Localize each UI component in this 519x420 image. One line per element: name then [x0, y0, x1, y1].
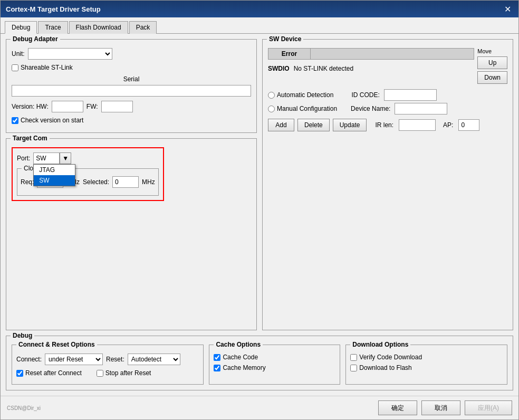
add-button[interactable]: Add	[268, 119, 294, 131]
sw-device-title: SW Device	[267, 35, 303, 43]
target-com-title: Target Com	[11, 135, 50, 142]
check-version-checkbox[interactable]	[12, 117, 18, 124]
unit-row: Unit:	[12, 48, 251, 60]
tab-trace[interactable]: Trace	[38, 21, 68, 34]
download-options-title: Download Options	[350, 341, 410, 348]
hw-input[interactable]	[52, 101, 83, 112]
reset-after-connect-row: Reset after Connect Stop after Reset	[16, 369, 199, 377]
debug-adapter-group: Debug Adapter Unit: Shareable ST-Link Se…	[6, 39, 257, 133]
connect-row: Connect: under Reset Normal with Pre-res…	[16, 354, 199, 365]
ap-input[interactable]	[458, 119, 479, 131]
serial-label-row: Serial	[12, 75, 251, 83]
main-content: Debug Adapter Unit: Shareable ST-Link Se…	[1, 34, 518, 396]
download-options-group: Download Options Verify Code Download Do…	[345, 345, 507, 385]
shareable-row: Shareable ST-Link	[12, 64, 251, 71]
title-bar: Cortex-M Target Driver Setup ✕	[1, 1, 518, 17]
confirm-button[interactable]: 确定	[378, 400, 417, 415]
shareable-label: Shareable ST-Link	[21, 64, 73, 71]
tab-flash-download[interactable]: Flash Download	[69, 21, 128, 34]
ir-len-input[interactable]	[399, 119, 436, 131]
debug-section-title: Debug	[11, 332, 34, 339]
port-option-jtag[interactable]: JTAG	[34, 165, 75, 175]
ap-label: AP:	[443, 121, 453, 129]
connect-reset-title: Connect & Reset Options	[16, 341, 97, 348]
unit-select[interactable]	[28, 48, 112, 60]
no-stlink-text: No ST-LINK detected	[294, 65, 353, 72]
debug-inner: Connect & Reset Options Connect: under R…	[12, 345, 507, 385]
tab-debug[interactable]: Debug	[5, 21, 37, 34]
manual-config-row: Manual Configuration Device Name:	[268, 103, 507, 114]
move-buttons: Move Up Down	[477, 48, 507, 84]
target-com-group: Target Com Port: ▼ JTAG SW	[6, 138, 257, 330]
cache-memory-checkbox[interactable]	[214, 365, 220, 371]
port-row: Port: ▼ JTAG SW	[17, 152, 159, 164]
port-dropdown-list: JTAG SW	[33, 164, 75, 186]
selected-label: Selected:	[83, 178, 109, 186]
id-code-input[interactable]	[384, 89, 437, 101]
up-button[interactable]: Up	[477, 56, 507, 69]
cache-code-row: Cache Code	[214, 354, 335, 361]
watermark: CSDN@Dir_xi	[7, 405, 41, 411]
auto-detect-row: Automatic Detection ID CODE:	[268, 89, 507, 101]
connect-select[interactable]: under Reset Normal with Pre-reset	[45, 354, 103, 365]
sw-table: Error	[268, 48, 474, 60]
update-button[interactable]: Update	[333, 119, 367, 131]
sw-col2	[310, 49, 474, 60]
version-row: Version: HW: FW:	[12, 101, 251, 112]
cancel-button[interactable]: 取消	[421, 400, 460, 415]
reset-label: Reset:	[106, 356, 124, 363]
cache-memory-row: Cache Memory	[214, 364, 335, 371]
sw-device-group: SW Device Error SWDIO No ST-LINK detecte…	[262, 39, 513, 330]
debug-adapter-title: Debug Adapter	[11, 35, 60, 43]
cache-code-checkbox[interactable]	[214, 354, 220, 361]
close-button[interactable]: ✕	[502, 4, 513, 14]
cache-options-title: Cache Options	[214, 341, 263, 348]
port-option-sw[interactable]: SW	[34, 175, 75, 186]
verify-code-checkbox[interactable]	[350, 354, 357, 361]
sw-col-error: Error	[268, 49, 311, 60]
connect-label: Connect:	[16, 356, 42, 363]
cache-memory-label: Cache Memory	[223, 364, 265, 371]
shareable-checkbox[interactable]	[12, 64, 18, 71]
tab-pack[interactable]: Pack	[129, 21, 157, 34]
connect-reset-group: Connect & Reset Options Connect: under R…	[12, 345, 204, 385]
fw-input[interactable]	[101, 101, 133, 112]
down-button[interactable]: Down	[477, 71, 507, 84]
reset-after-connect-checkbox[interactable]	[16, 370, 23, 377]
port-select-area: ▼	[33, 152, 71, 164]
download-flash-label: Download to Flash	[359, 364, 411, 371]
check-version-label: Check version on start	[21, 117, 83, 124]
detection-area: Automatic Detection ID CODE: Manual Conf…	[268, 89, 507, 131]
manual-config-label: Manual Configuration	[277, 105, 337, 112]
sw-table-area: Error SWDIO No ST-LINK detected Move Up …	[268, 48, 507, 84]
reset-after-connect-label: Reset after Connect	[25, 369, 82, 377]
window-title: Cortex-M Target Driver Setup	[6, 5, 101, 13]
download-flash-row: Download to Flash	[350, 364, 503, 371]
unit-label: Unit:	[12, 50, 25, 58]
serial-input[interactable]	[12, 85, 251, 97]
device-name-label: Device Name:	[351, 105, 390, 112]
serial-label: Serial	[123, 75, 140, 83]
mhz2-label: MHz	[142, 178, 155, 186]
port-dropdown-btn[interactable]: ▼	[60, 152, 71, 164]
delete-button[interactable]: Delete	[297, 119, 330, 131]
check-version-row: Check version on start	[12, 117, 251, 124]
id-code-label: ID CODE:	[351, 91, 379, 99]
port-red-highlight: Port: ▼ JTAG SW Clock	[12, 147, 164, 201]
stop-after-reset-checkbox[interactable]	[97, 370, 103, 377]
reset-select[interactable]: Autodetect Software Hardware	[128, 354, 180, 365]
req-label: Req:	[21, 178, 34, 186]
verify-code-row: Verify Code Download	[350, 354, 503, 361]
auto-detect-radio[interactable]	[268, 92, 275, 99]
port-dropdown-container: ▼ JTAG SW	[33, 152, 71, 164]
serial-input-row	[12, 85, 251, 97]
download-flash-checkbox[interactable]	[350, 365, 357, 371]
port-input[interactable]	[33, 152, 60, 164]
device-name-input[interactable]	[395, 103, 447, 114]
manual-config-radio[interactable]	[268, 106, 275, 112]
swdio-row: SWDIO No ST-LINK detected	[268, 63, 474, 74]
move-label: Move	[477, 48, 507, 54]
auto-detect-label: Automatic Detection	[277, 91, 333, 99]
apply-button[interactable]: 应用(A)	[465, 400, 512, 415]
selected-input[interactable]	[112, 176, 139, 188]
